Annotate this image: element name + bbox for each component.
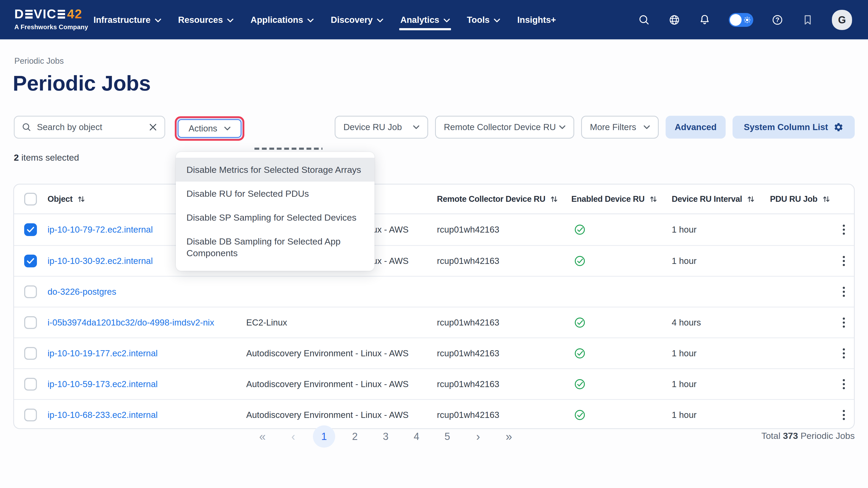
nav-menu: InfrastructureResourcesApplicationsDisco… [93, 0, 556, 40]
avatar[interactable]: G [832, 10, 852, 30]
enabled-device-ru-cell [574, 378, 586, 390]
row-checkbox[interactable] [24, 285, 37, 298]
clear-search-icon[interactable] [149, 123, 157, 132]
column-header-pdu-ru-job[interactable]: PDU RU Job [770, 194, 830, 204]
row-checkbox[interactable] [24, 409, 37, 421]
enabled-check-icon [574, 378, 586, 390]
chevron-down-icon [307, 18, 314, 23]
system-column-list-button[interactable]: System Column List [733, 116, 855, 139]
actions-menu-item[interactable]: Disable Metrics for Selected Storage Arr… [176, 158, 374, 182]
logo-e-glyph [58, 10, 65, 19]
filter-device-ru-job[interactable]: Device RU Job [335, 116, 428, 139]
sort-icon [649, 195, 657, 203]
nav-item-insights-[interactable]: Insights+ [517, 0, 556, 40]
search-input[interactable]: Search by object [14, 116, 165, 139]
column-header-device-ru-interval[interactable]: Device RU Interval [672, 194, 755, 204]
logo-e-glyph [25, 10, 33, 19]
row-menu-kebab-icon[interactable] [843, 285, 845, 299]
page-prev[interactable]: ‹ [278, 425, 309, 448]
nav-item-applications[interactable]: Applications [250, 0, 314, 40]
advanced-button[interactable]: Advanced [665, 116, 725, 139]
select-all-checkbox[interactable] [24, 193, 37, 205]
row-menu-kebab-icon[interactable] [843, 408, 845, 422]
total-count: Total 373 Periodic Jobs [761, 431, 855, 441]
nav-item-label: Resources [178, 15, 223, 25]
filter-more-filters[interactable]: More Filters [581, 116, 659, 139]
actions-menu-item[interactable]: Disable SP Sampling for Selected Devices [176, 205, 374, 229]
table-row: do-3226-postgres [14, 276, 854, 307]
help-icon[interactable]: ? [771, 14, 783, 26]
enabled-device-ru-cell [574, 255, 586, 267]
page-5[interactable]: 5 [432, 425, 463, 448]
remote-collector-cell: rcup01wh42163 [437, 379, 499, 389]
page-first[interactable]: « [247, 425, 278, 448]
sort-icon [550, 195, 558, 203]
actions-menu: Disable Metrics for Selected Storage Arr… [176, 152, 374, 271]
theme-toggle[interactable] [729, 13, 753, 27]
actions-button[interactable]: Actions [178, 119, 242, 138]
row-menu-kebab-icon[interactable] [843, 254, 845, 268]
enabled-check-icon [574, 409, 586, 421]
row-checkbox[interactable] [24, 316, 37, 329]
nav-item-label: Discovery [331, 15, 373, 25]
bookmark-icon[interactable] [802, 14, 814, 26]
row-checkbox[interactable] [24, 347, 37, 360]
nav-item-label: Applications [250, 15, 303, 25]
row-menu-kebab-icon[interactable] [843, 316, 845, 329]
sort-icon [822, 195, 830, 203]
enabled-check-icon [574, 348, 586, 359]
object-link[interactable]: ip-10-10-59-173.ec2.internal [48, 379, 158, 389]
page-4[interactable]: 4 [401, 425, 432, 448]
row-checkbox[interactable] [24, 255, 37, 267]
row-menu-kebab-icon[interactable] [843, 347, 845, 360]
table-row: ip-10-10-59-173.ec2.internalAutodiscover… [14, 368, 854, 399]
page-1[interactable]: 1 [309, 425, 339, 448]
bell-icon[interactable] [699, 14, 711, 26]
object-link[interactable]: ip-10-10-30-92.ec2.internal [48, 256, 153, 266]
device42-logo[interactable]: DVIC42 A Freshworks Company [14, 7, 88, 31]
object-link[interactable]: ip-10-10-19-177.ec2.internal [48, 348, 158, 358]
device-ru-interval-cell: 1 hour [672, 225, 697, 235]
enabled-check-icon [574, 255, 586, 267]
column-header-remote-collector[interactable]: Remote Collector Device RU [437, 194, 558, 204]
page-3[interactable]: 3 [370, 425, 401, 448]
actions-menu-item[interactable]: Disable RU for Selected PDUs [176, 182, 374, 205]
object-link[interactable]: ip-10-10-68-233.ec2.internal [48, 410, 158, 420]
remote-collector-cell: rcup01wh42163 [437, 410, 499, 420]
search-placeholder: Search by object [37, 122, 143, 132]
column-header-object[interactable]: Object [48, 194, 85, 204]
globe-icon[interactable] [668, 14, 680, 26]
page-last[interactable]: » [494, 425, 524, 448]
row-menu-kebab-icon[interactable] [843, 223, 845, 236]
gear-icon [834, 122, 843, 132]
object-link[interactable]: do-3226-postgres [48, 287, 116, 297]
enabled-device-ru-cell [574, 317, 586, 328]
nav-item-infrastructure[interactable]: Infrastructure [93, 0, 161, 40]
svg-text:?: ? [776, 16, 780, 23]
actions-menu-item[interactable]: Disable DB Sampling for Selected App Com… [176, 229, 374, 265]
page-next[interactable]: › [463, 425, 494, 448]
enabled-device-ru-cell [574, 409, 586, 421]
row-menu-kebab-icon[interactable] [843, 377, 845, 391]
nav-item-resources[interactable]: Resources [178, 0, 234, 40]
sun-icon [746, 19, 748, 21]
chevron-down-icon [377, 18, 383, 23]
nav-item-tools[interactable]: Tools [467, 0, 500, 40]
page-title: Periodic Jobs [13, 71, 151, 96]
logo-wordmark: DVIC42 [14, 7, 88, 21]
search-icon[interactable] [638, 14, 650, 26]
page-2[interactable]: 2 [339, 425, 370, 448]
nav-item-label: Insights+ [517, 15, 556, 25]
filter-remote-collector-device-ru[interactable]: Remote Collector Device RU [435, 116, 574, 139]
object-link[interactable]: ip-10-10-79-72.ec2.internal [48, 225, 153, 235]
row-checkbox[interactable] [24, 223, 37, 236]
nav-item-analytics[interactable]: Analytics [400, 0, 450, 40]
enabled-device-ru-cell [574, 348, 586, 359]
column-header-enabled-device-ru[interactable]: Enabled Device RU [571, 194, 657, 204]
nav-item-discovery[interactable]: Discovery [331, 0, 383, 40]
table-header: Object Remote Collector Device RU Enable… [14, 185, 854, 214]
object-link[interactable]: i-05b3974da1201bc32/do-4998-imdsv2-nix [48, 318, 214, 328]
row-checkbox[interactable] [24, 378, 37, 391]
enabled-check-icon [574, 317, 586, 328]
chevron-down-icon [227, 18, 234, 23]
